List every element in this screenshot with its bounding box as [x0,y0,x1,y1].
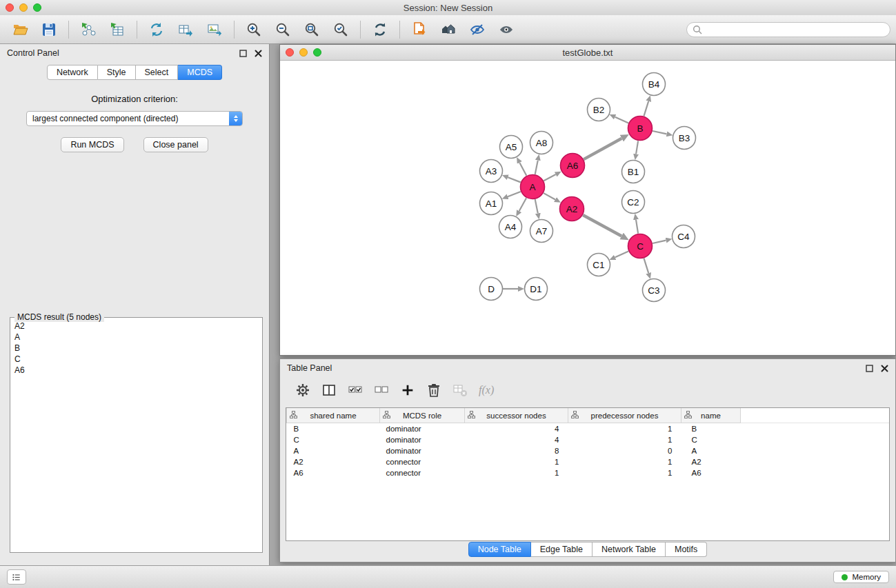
zoom-fit-button[interactable] [297,18,326,41]
home-button[interactable] [434,18,463,41]
table-row[interactable]: Cdominator41C [287,434,890,445]
deselect-all-columns-button[interactable] [370,380,393,401]
hide-details-button[interactable] [463,18,492,41]
create-column-button[interactable] [396,380,419,401]
node-C4[interactable]: C4 [673,225,695,248]
table-cell[interactable]: 4 [465,434,568,445]
clear-table-button[interactable] [448,380,472,401]
table-cell[interactable]: 1 [465,467,568,478]
table-cell[interactable]: A2 [287,456,380,467]
zoom-selected-button[interactable] [326,18,355,41]
edge-A-A8[interactable] [535,161,538,174]
node-C1[interactable]: C1 [588,254,610,276]
memory-button[interactable]: Memory [833,571,889,583]
minimize-window-button[interactable] [19,3,28,12]
close-panel-button[interactable]: Close panel [143,137,208,152]
column-header-MCDS-role[interactable]: MCDS role [380,408,465,423]
table-cell[interactable]: 1 [568,434,681,445]
network-window-titlebar[interactable]: testGlobe.txt [280,45,895,61]
table-cell[interactable]: 1 [568,467,681,478]
node-A1[interactable]: A1 [480,192,503,215]
edge-B-B4[interactable] [644,101,649,116]
node-A4[interactable]: A4 [499,216,522,239]
zoom-in-button[interactable] [239,18,268,41]
edge-C-C2[interactable] [636,220,638,234]
delete-column-button[interactable] [422,380,446,401]
node-A7[interactable]: A7 [530,220,553,243]
mcds-result-item[interactable]: A6 [14,365,262,376]
column-header-successor-nodes[interactable]: successor nodes [465,408,568,423]
zoom-out-button[interactable] [268,18,297,41]
network-close-button[interactable] [286,48,294,57]
show-columns-button[interactable] [317,380,341,401]
show-details-button[interactable] [492,18,521,41]
edge-B-B3[interactable] [653,131,667,134]
tab-motifs[interactable]: Motifs [666,542,707,557]
edge-A-A3[interactable] [508,177,520,182]
table-cell[interactable]: dominator [380,445,465,456]
edge-A-A5[interactable] [519,163,526,176]
tab-mcds[interactable]: MCDS [178,65,222,80]
table-settings-button[interactable] [291,380,315,401]
table-cell[interactable]: 4 [465,423,568,435]
table-cell[interactable]: B [287,423,380,435]
node-D1[interactable]: D1 [525,278,548,301]
zoom-window-button[interactable] [33,3,41,12]
export-table-button[interactable] [171,18,200,41]
node-C[interactable]: C [628,234,653,258]
edge-B-B2[interactable] [615,117,628,123]
edge-A-A7[interactable] [535,199,538,213]
close-panel-icon[interactable] [255,50,262,57]
run-mcds-button[interactable]: Run MCDS [61,137,123,152]
show-panels-button[interactable] [7,569,26,585]
edge-C-C3[interactable] [644,258,649,274]
table-cell[interactable]: C [681,434,741,445]
table-cell[interactable]: 0 [568,445,681,456]
tab-node-table[interactable]: Node Table [468,542,531,557]
mcds-result-item[interactable]: C [14,354,262,365]
node-A2[interactable]: A2 [560,197,584,221]
node-A6[interactable]: A6 [561,154,585,178]
table-cell[interactable]: connector [380,456,465,467]
tab-network-table[interactable]: Network Table [593,542,666,557]
table-cell[interactable]: A6 [681,467,741,478]
node-C3[interactable]: C3 [643,279,666,302]
node-C2[interactable]: C2 [622,191,645,214]
table-row[interactable]: Adominator80A [287,445,890,456]
node-A8[interactable]: A8 [530,132,553,154]
column-header-name[interactable]: name [681,408,741,423]
table-row[interactable]: A6connector11A6 [287,467,890,478]
tab-style[interactable]: Style [98,65,136,80]
table-cell[interactable]: C [287,434,380,445]
node-B2[interactable]: B2 [588,99,610,121]
mcds-result-item[interactable]: A2 [14,321,262,332]
node-B4[interactable]: B4 [643,73,666,96]
function-builder-button[interactable]: f(x) [479,384,494,396]
network-zoom-button[interactable] [313,48,321,57]
close-window-button[interactable] [6,3,14,12]
float-panel-icon[interactable] [866,365,873,372]
reload-network-button[interactable] [142,18,171,41]
edge-B-B1[interactable] [636,141,638,154]
close-panel-icon[interactable] [881,365,888,372]
column-header-shared-name[interactable]: shared name [287,408,380,423]
table-cell[interactable]: 1 [568,423,681,435]
node-B3[interactable]: B3 [673,127,696,150]
export-document-button[interactable] [405,18,434,41]
import-network-button[interactable] [74,18,103,41]
node-B[interactable]: B [628,116,653,141]
node-D[interactable]: D [480,278,503,301]
table-cell[interactable]: A [287,445,380,456]
tab-edge-table[interactable]: Edge Table [531,542,593,557]
network-canvas[interactable]: B4B2BB3A5A8A6B1A3AC2A1A2A4A7C4CC1C3DD1 [280,61,895,356]
optimization-criterion-dropdown[interactable]: largest connected component (directed) [26,111,243,126]
node-A5[interactable]: A5 [500,136,523,159]
tab-select[interactable]: Select [136,65,179,80]
table-cell[interactable]: 1 [568,456,681,467]
table-cell[interactable]: 1 [465,456,568,467]
edge-A-A2[interactable] [544,193,555,199]
table-cell[interactable]: connector [380,467,465,478]
float-panel-icon[interactable] [239,50,247,57]
table-cell[interactable]: A6 [287,467,380,478]
edge-A-A6[interactable] [544,174,555,181]
